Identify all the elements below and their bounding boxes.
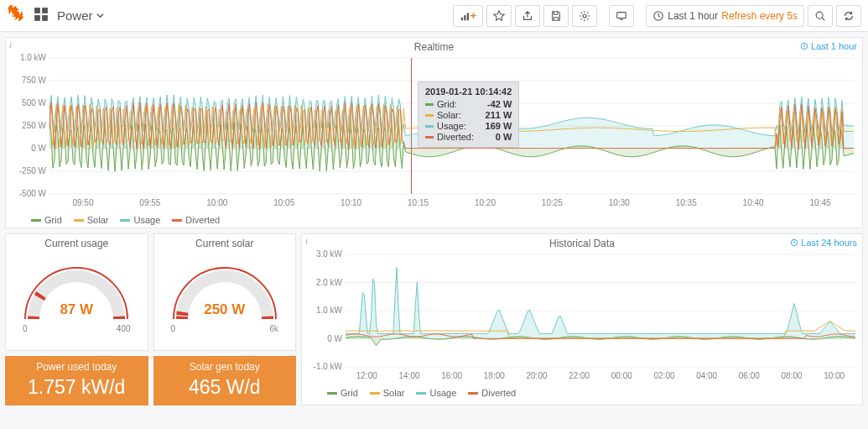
- svg-text:500 W: 500 W: [22, 98, 46, 107]
- svg-point-7: [583, 13, 586, 17]
- legend-item[interactable]: Diverted: [468, 388, 516, 398]
- panel-title: Current solar: [154, 234, 296, 249]
- solar-gen-today-panel: Solar gen today 465 W/d: [153, 356, 297, 405]
- refresh-interval-label: Refresh every 5s: [721, 10, 798, 22]
- svg-rect-5: [465, 15, 466, 20]
- svg-text:18:00: 18:00: [484, 371, 505, 380]
- panel-timerange[interactable]: Last 24 hours: [790, 238, 857, 248]
- svg-text:10:20: 10:20: [475, 198, 496, 207]
- legend-item[interactable]: Diverted: [172, 215, 220, 225]
- gauge-max: 400: [117, 324, 131, 333]
- stat-value: 1.757 kW/d: [5, 376, 148, 399]
- tooltip-timestamp: 2019-01-21 10:14:42: [425, 86, 512, 97]
- svg-text:06:00: 06:00: [739, 371, 760, 380]
- current-usage-panel: Current usage 87 W 0 400: [5, 233, 148, 351]
- realtime-legend: GridSolarUsageDiverted: [6, 212, 862, 228]
- svg-text:250 W: 250 W: [22, 121, 46, 130]
- panel-timerange[interactable]: Last 1 hour: [800, 41, 857, 51]
- svg-text:10:25: 10:25: [542, 198, 563, 207]
- share-button[interactable]: [515, 5, 540, 27]
- svg-rect-3: [42, 15, 48, 21]
- power-used-today-panel: Power used today 1.757 kW/d: [5, 356, 148, 405]
- info-icon[interactable]: i: [9, 39, 12, 50]
- add-panel-button[interactable]: +: [453, 5, 483, 27]
- tv-mode-button[interactable]: [609, 5, 634, 27]
- svg-text:10:40: 10:40: [743, 198, 764, 207]
- svg-text:22:00: 22:00: [569, 371, 590, 380]
- save-button[interactable]: [543, 5, 569, 27]
- dashboard-title: Power: [57, 8, 93, 23]
- svg-text:-250 W: -250 W: [19, 166, 47, 175]
- svg-text:09:55: 09:55: [139, 198, 160, 207]
- svg-rect-2: [34, 15, 40, 21]
- svg-text:10:05: 10:05: [273, 198, 294, 207]
- realtime-chart[interactable]: -500 W-250 W0 W250 W500 W750 W1.0 kW09:5…: [6, 53, 862, 212]
- historical-legend: GridSolarUsageDiverted: [302, 385, 862, 401]
- legend-item[interactable]: Usage: [416, 388, 456, 398]
- panel-title: Current usage: [6, 234, 148, 249]
- svg-text:-1.0 kW: -1.0 kW: [314, 362, 343, 371]
- svg-text:02:00: 02:00: [653, 371, 674, 380]
- timerange-label: Last 1 hour: [668, 10, 718, 22]
- svg-text:1.0 kW: 1.0 kW: [316, 306, 343, 315]
- svg-rect-4: [461, 17, 463, 20]
- svg-text:08:00: 08:00: [781, 371, 802, 380]
- realtime-panel: i Realtime Last 1 hour -500 W-250 W0 W25…: [5, 37, 863, 228]
- legend-item[interactable]: Solar: [74, 215, 109, 225]
- legend-item[interactable]: Grid: [31, 215, 62, 225]
- timerange-button[interactable]: Last 1 hour Refresh every 5s: [646, 5, 804, 27]
- info-icon[interactable]: i: [305, 236, 308, 246]
- refresh-button[interactable]: [836, 5, 861, 27]
- current-solar-panel: Current solar 250 W 0 6k: [153, 233, 297, 351]
- legend-item[interactable]: Usage: [120, 215, 160, 225]
- legend-item[interactable]: Grid: [327, 388, 358, 398]
- panel-title: Realtime: [6, 38, 862, 53]
- dashboard-title-dropdown[interactable]: Power: [57, 8, 104, 23]
- gauge-min: 0: [23, 324, 28, 333]
- gauge-max: 6k: [269, 324, 278, 333]
- svg-text:1.0 kW: 1.0 kW: [20, 53, 47, 62]
- svg-text:0 W: 0 W: [31, 144, 46, 153]
- svg-text:04:00: 04:00: [696, 371, 717, 380]
- svg-text:12:00: 12:00: [356, 371, 377, 380]
- gauge-min: 0: [171, 324, 176, 333]
- svg-text:10:30: 10:30: [609, 198, 630, 207]
- settings-button[interactable]: [572, 5, 597, 27]
- svg-text:10:00: 10:00: [206, 198, 227, 207]
- star-button[interactable]: [486, 5, 512, 27]
- stat-title: Power used today: [5, 361, 148, 373]
- svg-text:09:50: 09:50: [72, 198, 93, 207]
- stat-title: Solar gen today: [153, 361, 297, 373]
- historical-panel: i Historical Data Last 24 hours -1.0 kW0…: [301, 233, 863, 405]
- svg-text:2.0 kW: 2.0 kW: [316, 278, 343, 287]
- svg-text:00:00: 00:00: [611, 371, 632, 380]
- svg-text:3.0 kW: 3.0 kW: [316, 249, 343, 259]
- topbar: Power + Last 1 hour Refresh every 5s: [0, 0, 868, 32]
- svg-rect-1: [42, 8, 48, 13]
- svg-text:16:00: 16:00: [441, 371, 462, 380]
- svg-text:-500 W: -500 W: [19, 189, 47, 198]
- svg-text:750 W: 750 W: [22, 76, 46, 85]
- grafana-logo-icon[interactable]: [7, 5, 25, 26]
- svg-rect-6: [467, 13, 469, 20]
- svg-text:10:35: 10:35: [676, 198, 697, 207]
- toolbar: + Last 1 hour Refresh every 5s: [453, 5, 861, 27]
- svg-text:20:00: 20:00: [526, 371, 547, 380]
- gauge-value: 250 W: [204, 301, 245, 318]
- svg-text:10:10: 10:10: [340, 198, 361, 207]
- legend-item[interactable]: Solar: [370, 388, 405, 398]
- svg-point-10: [816, 12, 823, 18]
- historical-chart[interactable]: -1.0 kW0 W1.0 kW2.0 kW3.0 kW12:0014:0016…: [302, 249, 862, 385]
- svg-text:10:45: 10:45: [810, 198, 831, 207]
- gauge-solar: [162, 252, 288, 332]
- svg-rect-0: [34, 8, 40, 13]
- svg-text:10:00: 10:00: [824, 371, 845, 380]
- chevron-down-icon: [96, 12, 104, 19]
- gauge-value: 87 W: [60, 301, 93, 318]
- panel-title: Historical Data: [302, 234, 862, 249]
- gauge-usage: [13, 252, 139, 332]
- stat-value: 465 W/d: [153, 376, 297, 399]
- dashboards-icon[interactable]: [34, 7, 49, 24]
- zoom-out-button[interactable]: [808, 5, 833, 27]
- svg-text:0 W: 0 W: [327, 334, 342, 343]
